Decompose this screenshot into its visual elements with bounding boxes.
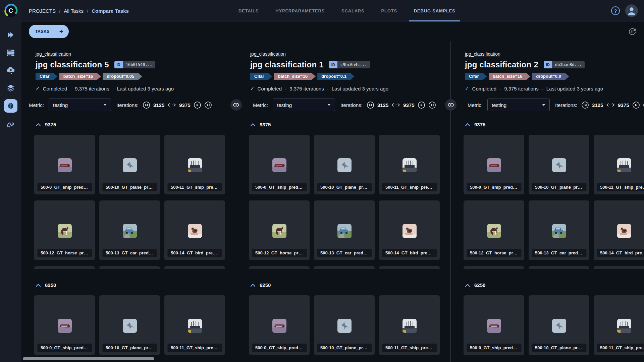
- debug-sample-card[interactable]: [249, 266, 310, 269]
- help-icon[interactable]: ?: [611, 6, 620, 15]
- tags-row: Cifarbatch_size=16dropout=0.0: [465, 73, 644, 80]
- project-link[interactable]: jpg_classification: [250, 51, 286, 57]
- ship-liner-thumbnail: [188, 319, 202, 333]
- sidebar-item-double-chevron-right[interactable]: [4, 28, 17, 42]
- auto-refresh-icon[interactable]: [628, 27, 637, 36]
- debug-sample-card[interactable]: 500-0_GT_ship_pred_…: [464, 135, 524, 194]
- metric-select[interactable]: testing: [49, 99, 111, 111]
- ship-liner-thumbnail: [617, 158, 631, 172]
- breadcrumb-all-tasks[interactable]: All Tasks: [64, 8, 84, 14]
- sidebar-item-cloud-autoscaler[interactable]: [4, 64, 17, 77]
- sample-label: 500-13_GT_car_pred_…: [532, 249, 586, 257]
- tag[interactable]: dropout=0.1: [317, 73, 355, 80]
- tag[interactable]: batch_size=16: [59, 73, 101, 80]
- iteration-controls: 3125 9375: [367, 101, 436, 109]
- tab-hyperparameters[interactable]: HYPERPARAMETERS: [275, 0, 325, 21]
- sidebar-item-models-brain[interactable]: [4, 99, 17, 113]
- last-iteration-button[interactable]: [204, 101, 212, 109]
- debug-sample-card[interactable]: 500-10_GT_plane_pre…: [99, 295, 160, 355]
- tag[interactable]: batch_size=16: [274, 73, 316, 80]
- plane-thumbnail: [123, 158, 137, 172]
- debug-sample-card[interactable]: [464, 266, 524, 269]
- tag[interactable]: batch_size=16: [489, 73, 531, 80]
- tag[interactable]: dropout=0.0: [532, 73, 569, 80]
- tag[interactable]: Cifar: [250, 73, 272, 80]
- debug-sample-card[interactable]: 500-0_GT_ship_pred_…: [34, 295, 95, 355]
- debug-sample-card[interactable]: 500-13_GT_car_pred_…: [529, 200, 589, 260]
- debug-sample-card[interactable]: [379, 266, 440, 269]
- link-columns-button[interactable]: [230, 99, 242, 111]
- clearml-logo[interactable]: C: [3, 3, 19, 19]
- debug-sample-card[interactable]: 500-14_GT_bird_pred…: [379, 200, 440, 260]
- next-iteration-button[interactable]: [194, 101, 201, 109]
- debug-sample-card[interactable]: 500-11_GT_ship_pred…: [594, 295, 644, 355]
- user-avatar-icon[interactable]: [625, 4, 638, 17]
- tab-debug-samples[interactable]: DEBUG SAMPLES: [413, 0, 456, 21]
- sample-label: 500-11_GT_ship_pred…: [597, 344, 644, 352]
- debug-sample-card[interactable]: 500-13_GT_car_pred_…: [99, 200, 160, 260]
- section-header[interactable]: 9375: [36, 122, 236, 127]
- task-id-badge[interactable]: ID 16b0f540...: [114, 61, 155, 68]
- sidebar-item-datasets-layers[interactable]: [4, 81, 17, 95]
- previous-iteration-button[interactable]: [367, 101, 374, 109]
- tasks-button[interactable]: TASKS: [29, 25, 55, 38]
- cloud-autoscaler-icon: [6, 66, 15, 75]
- debug-sample-card[interactable]: 500-0_GT_ship_pred_…: [464, 295, 524, 355]
- task-id-badge[interactable]: ID db3bae8d...: [544, 61, 585, 68]
- sidebar-item-workers-queues[interactable]: [4, 46, 17, 59]
- tag[interactable]: Cifar: [465, 73, 487, 80]
- section-header[interactable]: 9375: [465, 122, 644, 127]
- horizontal-scrollbar[interactable]: [23, 357, 154, 360]
- debug-sample-card[interactable]: 500-11_GT_ship_pred…: [379, 135, 440, 194]
- debug-sample-card[interactable]: [99, 266, 160, 269]
- sidebar-item-pipelines[interactable]: [4, 117, 17, 130]
- task-id-badge[interactable]: ID c9bc0a4c...: [329, 61, 370, 68]
- section-header[interactable]: 6250: [465, 282, 644, 288]
- debug-sample-card[interactable]: 500-11_GT_ship_pred…: [594, 135, 644, 194]
- debug-sample-card[interactable]: 500-0_GT_ship_pred_…: [249, 295, 310, 355]
- previous-iteration-button[interactable]: [581, 101, 589, 109]
- debug-sample-card[interactable]: 500-12_GT_horse_pre…: [249, 200, 310, 260]
- project-link[interactable]: jpg_classification: [36, 51, 71, 57]
- debug-sample-card[interactable]: [314, 266, 375, 269]
- debug-sample-card[interactable]: 500-10_GT_plane_pre…: [529, 135, 589, 194]
- debug-sample-card[interactable]: [594, 266, 644, 269]
- link-columns-button[interactable]: [445, 99, 457, 111]
- debug-sample-card[interactable]: 500-10_GT_plane_pre…: [314, 295, 375, 355]
- section-header[interactable]: 6250: [36, 282, 236, 288]
- debug-sample-card[interactable]: 500-10_GT_plane_pre…: [99, 135, 160, 194]
- debug-sample-card[interactable]: 500-11_GT_ship_pred…: [164, 295, 225, 355]
- debug-sample-card[interactable]: 500-10_GT_plane_pre…: [529, 295, 589, 355]
- section-header[interactable]: 6250: [250, 282, 450, 288]
- section-header[interactable]: 9375: [250, 122, 450, 127]
- add-task-button[interactable]: +: [55, 25, 69, 38]
- metric-select[interactable]: testing: [487, 99, 550, 111]
- tag[interactable]: dropout=0.05: [103, 73, 142, 80]
- tab-scalars[interactable]: SCALARS: [341, 0, 365, 21]
- last-iteration-button[interactable]: [643, 101, 644, 109]
- debug-sample-card[interactable]: [34, 266, 95, 269]
- debug-sample-card[interactable]: 500-11_GT_ship_pred…: [164, 135, 225, 194]
- next-iteration-button[interactable]: [632, 101, 640, 109]
- breadcrumb-projects[interactable]: PROJECTS: [29, 8, 56, 14]
- debug-sample-card[interactable]: 500-12_GT_horse_pre…: [34, 200, 95, 260]
- debug-sample-card[interactable]: 500-14_GT_bird_pred…: [164, 200, 225, 260]
- debug-sample-card[interactable]: 500-11_GT_ship_pred…: [379, 295, 440, 355]
- debug-sample-card[interactable]: 500-0_GT_ship_pred_…: [249, 135, 310, 194]
- next-iteration-button[interactable]: [418, 101, 425, 109]
- previous-iteration-button[interactable]: [143, 101, 150, 109]
- tag[interactable]: Cifar: [36, 73, 58, 80]
- project-link[interactable]: jpg_classification: [465, 51, 500, 57]
- debug-sample-card[interactable]: 500-13_GT_car_pred_…: [314, 200, 375, 260]
- sample-label: 500-14_GT_bird_pred…: [167, 249, 222, 257]
- tab-plots[interactable]: PLOTS: [381, 0, 398, 21]
- debug-sample-card[interactable]: 500-14_GT_bird_pred…: [594, 200, 644, 260]
- debug-sample-card[interactable]: [164, 266, 225, 269]
- last-iteration-button[interactable]: [428, 101, 436, 109]
- tab-details[interactable]: DETAILS: [238, 0, 259, 21]
- debug-sample-card[interactable]: 500-12_GT_horse_pre…: [464, 200, 524, 260]
- debug-sample-card[interactable]: [529, 266, 589, 269]
- debug-sample-card[interactable]: 500-10_GT_plane_pre…: [314, 135, 375, 194]
- metric-select[interactable]: testing: [273, 99, 335, 111]
- debug-sample-card[interactable]: 500-0_GT_ship_pred_…: [34, 135, 95, 194]
